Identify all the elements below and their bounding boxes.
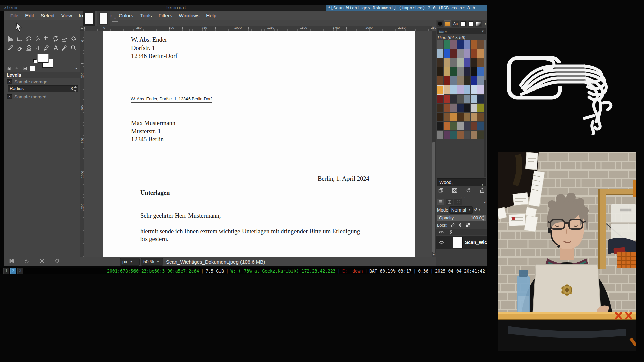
visibility-eye-icon[interactable] — [439, 230, 444, 234]
pattern-swatch[interactable] — [450, 40, 457, 49]
pattern-swatch[interactable] — [444, 67, 450, 76]
pattern-swatch[interactable] — [450, 113, 457, 121]
channels-tab[interactable] — [446, 199, 453, 205]
pattern-swatch[interactable] — [437, 131, 443, 139]
pattern-swatch[interactable] — [444, 122, 450, 130]
pattern-swatch[interactable] — [471, 95, 477, 103]
pattern-swatch[interactable] — [444, 40, 450, 49]
reset-icon[interactable] — [54, 258, 60, 265]
unit-combo[interactable]: px▼ — [120, 258, 140, 266]
pattern-swatch[interactable] — [464, 113, 470, 121]
layer-row[interactable]: Scan_Wic — [436, 236, 487, 249]
pattern-swatch[interactable] — [457, 49, 464, 58]
dock-menu-arrow-icon[interactable]: ◂ — [484, 200, 485, 204]
text-tool-icon[interactable] — [51, 43, 60, 52]
pattern-swatch[interactable] — [437, 40, 443, 49]
menu-tools[interactable]: Tools — [137, 13, 155, 18]
pattern-swatch[interactable] — [457, 58, 464, 67]
horizontal-ruler[interactable]: 02505007501000125015001750200022502500 — [84, 26, 432, 31]
ink-tool-icon[interactable] — [42, 43, 51, 52]
pattern-swatch[interactable] — [464, 131, 470, 139]
vertical-ruler[interactable]: 025050075010001250 — [80, 31, 84, 257]
pattern-swatch[interactable] — [444, 85, 450, 94]
pattern-swatch[interactable] — [464, 95, 470, 103]
pattern-filter-input[interactable] — [438, 28, 480, 35]
chevron-down-icon[interactable]: ▼ — [478, 208, 481, 212]
pattern-swatch[interactable] — [471, 104, 477, 112]
pattern-swatch[interactable] — [450, 85, 457, 94]
pattern-swatch[interactable] — [471, 85, 477, 94]
refresh-icon[interactable] — [466, 188, 471, 193]
colors-tab-icon[interactable] — [30, 66, 35, 71]
pattern-swatch[interactable] — [464, 76, 470, 85]
menu-filters[interactable]: Filters — [155, 13, 176, 18]
layer-visibility-eye-icon[interactable] — [439, 240, 444, 245]
pattern-swatch[interactable] — [437, 85, 443, 94]
pattern-swatch[interactable] — [437, 122, 443, 130]
pattern-swatch[interactable] — [437, 58, 443, 67]
save-icon[interactable] — [9, 258, 14, 265]
pattern-scrollbar[interactable] — [484, 40, 486, 177]
pattern-swatch[interactable] — [437, 76, 443, 85]
crop-tool-icon[interactable] — [42, 34, 51, 43]
pattern-swatch[interactable] — [477, 131, 484, 139]
pattern-swatch[interactable] — [471, 122, 477, 130]
menu-view[interactable]: View — [58, 13, 75, 18]
menu-colors[interactable]: Colors — [115, 13, 137, 18]
workspace-button-1[interactable]: 1 — [3, 268, 9, 274]
pattern-swatch[interactable] — [464, 49, 470, 58]
pattern-swatch[interactable] — [450, 122, 457, 130]
pattern-swatch[interactable] — [444, 76, 450, 85]
pattern-swatch[interactable] — [444, 58, 450, 67]
scrollbar-thumb[interactable] — [484, 40, 486, 80]
pattern-swatch[interactable] — [477, 104, 484, 112]
radius-spinner[interactable] — [74, 86, 77, 92]
ruler-corner-button[interactable]: ▶ — [80, 26, 84, 31]
pattern-swatch[interactable] — [437, 67, 443, 76]
pattern-tag-entry[interactable]: Wood, ▼ — [437, 178, 486, 186]
scrollbar-thumb[interactable] — [432, 142, 435, 253]
pattern-swatch[interactable] — [477, 113, 484, 121]
pattern-swatch[interactable] — [437, 104, 443, 112]
lock-alpha-icon[interactable] — [466, 223, 470, 227]
layers-tab[interactable] — [437, 199, 444, 205]
pattern-swatch[interactable] — [450, 58, 457, 67]
align-tool-icon[interactable] — [6, 34, 15, 43]
pattern-swatch[interactable] — [477, 40, 484, 49]
pattern-swatch[interactable] — [457, 95, 464, 103]
pattern-swatch[interactable] — [457, 131, 464, 139]
pattern-swatch[interactable] — [471, 113, 477, 121]
pattern-swatch[interactable] — [450, 104, 457, 112]
duplicate-icon[interactable] — [438, 188, 444, 193]
wm-label-terminal[interactable]: Terminal — [166, 5, 187, 10]
image-tab-inactive[interactable] — [97, 11, 110, 26]
pattern-filter-box[interactable]: ▼ — [437, 28, 486, 34]
canvas-viewport[interactable]: W. Abs. Ender Dorfstr. 1 12346 Berlin-Do… — [84, 31, 432, 257]
pattern-swatch[interactable] — [450, 131, 457, 139]
pattern-swatch[interactable] — [477, 95, 484, 103]
free-select-tool-icon[interactable] — [24, 34, 33, 43]
pattern-swatch[interactable] — [471, 76, 477, 85]
opacity-slider[interactable]: Opacity 100.0 — [437, 215, 486, 221]
menu-edit[interactable]: Edit — [22, 13, 37, 18]
open-as-image-icon[interactable] — [479, 188, 485, 193]
warp-tool-icon[interactable] — [60, 34, 69, 43]
eraser-tool-icon[interactable] — [15, 43, 24, 52]
active-window-title[interactable]: *[Scan_Wichtiges_Dokument] (imported)-2.… — [326, 5, 487, 11]
pattern-swatch[interactable] — [457, 85, 464, 94]
paths-tab[interactable] — [454, 199, 462, 205]
pattern-swatch[interactable] — [444, 113, 450, 121]
transform-tool-icon[interactable] — [51, 34, 60, 43]
menu-file[interactable]: File — [7, 13, 22, 18]
color-picker-tool-icon[interactable] — [60, 43, 69, 52]
brushes-tab[interactable] — [437, 21, 443, 27]
workspace-button-3[interactable]: 3 — [17, 268, 23, 274]
tab-menu-arrow-icon[interactable]: ◂ — [75, 67, 77, 70]
clone-tool-icon[interactable] — [24, 43, 33, 52]
zoom-combo[interactable]: 50 %▼ — [141, 258, 163, 266]
pattern-swatch[interactable] — [457, 67, 464, 76]
dock-menu-arrow-icon[interactable]: ◂ — [484, 22, 486, 25]
opacity-spinner[interactable] — [482, 215, 485, 221]
sample-average-checkbox[interactable]: × — [7, 79, 12, 84]
delete-icon[interactable] — [452, 188, 458, 193]
